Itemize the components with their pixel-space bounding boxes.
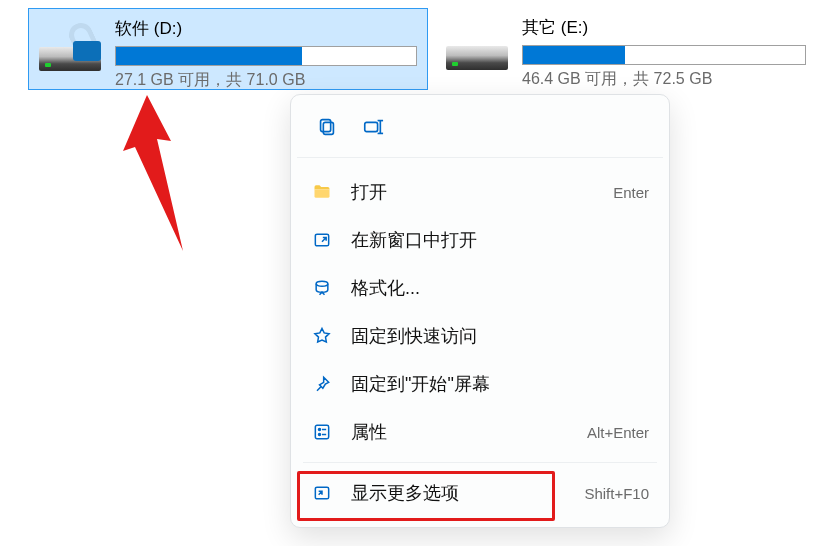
menu-item-shortcut: Enter: [613, 184, 649, 201]
copy-icon: [316, 116, 338, 138]
context-menu: 打开 Enter 在新窗口中打开 格式化... 固定到: [290, 94, 670, 528]
menu-item-pin-quick-access[interactable]: 固定到快速访问: [297, 312, 663, 360]
svg-marker-0: [123, 95, 183, 251]
drive-icon: [446, 14, 508, 76]
svg-point-11: [319, 434, 321, 436]
context-menu-action-row: [297, 105, 663, 158]
drive-usage-bar: [115, 46, 417, 66]
folder-icon: [311, 181, 333, 203]
format-icon: [311, 277, 333, 299]
menu-separator: [303, 462, 657, 463]
star-icon: [311, 325, 333, 347]
annotation-arrow: [85, 95, 265, 265]
drive-icon: [39, 15, 101, 77]
menu-item-label: 属性: [351, 420, 569, 444]
drive-usage-text: 46.4 GB 可用，共 72.5 GB: [522, 69, 806, 90]
drive-tile-e[interactable]: 其它 (E:) 46.4 GB 可用，共 72.5 GB: [436, 8, 816, 90]
svg-point-8: [316, 281, 328, 286]
drive-tile-d[interactable]: 软件 (D:) 27.1 GB 可用，共 71.0 GB: [28, 8, 428, 90]
menu-item-label: 固定到快速访问: [351, 324, 631, 348]
menu-item-label: 固定到"开始"屏幕: [351, 372, 631, 396]
menu-item-shortcut: Shift+F10: [584, 485, 649, 502]
copy-button[interactable]: [307, 109, 347, 145]
rename-icon: [362, 116, 384, 138]
menu-item-label: 显示更多选项: [351, 481, 566, 505]
properties-icon: [311, 421, 333, 443]
drive-name: 软件 (D:): [115, 17, 417, 40]
menu-item-label: 在新窗口中打开: [351, 228, 631, 252]
svg-rect-2: [321, 120, 331, 132]
menu-item-shortcut: Alt+Enter: [587, 424, 649, 441]
menu-item-open-new-window[interactable]: 在新窗口中打开: [297, 216, 663, 264]
menu-item-format[interactable]: 格式化...: [297, 264, 663, 312]
rename-button[interactable]: [353, 109, 393, 145]
drive-usage-text: 27.1 GB 可用，共 71.0 GB: [115, 70, 417, 91]
svg-rect-9: [315, 425, 328, 438]
menu-item-label: 打开: [351, 180, 595, 204]
drive-name: 其它 (E:): [522, 16, 806, 39]
more-options-icon: [311, 482, 333, 504]
svg-point-10: [319, 429, 321, 431]
menu-item-label: 格式化...: [351, 276, 631, 300]
menu-item-pin-start[interactable]: 固定到"开始"屏幕: [297, 360, 663, 408]
svg-rect-1: [323, 122, 333, 134]
drive-usage-bar: [522, 45, 806, 65]
menu-item-open[interactable]: 打开 Enter: [297, 168, 663, 216]
new-window-icon: [311, 229, 333, 251]
menu-item-properties[interactable]: 属性 Alt+Enter: [297, 408, 663, 456]
svg-rect-3: [365, 122, 378, 131]
pin-icon: [311, 373, 333, 395]
menu-item-show-more-options[interactable]: 显示更多选项 Shift+F10: [297, 469, 663, 517]
